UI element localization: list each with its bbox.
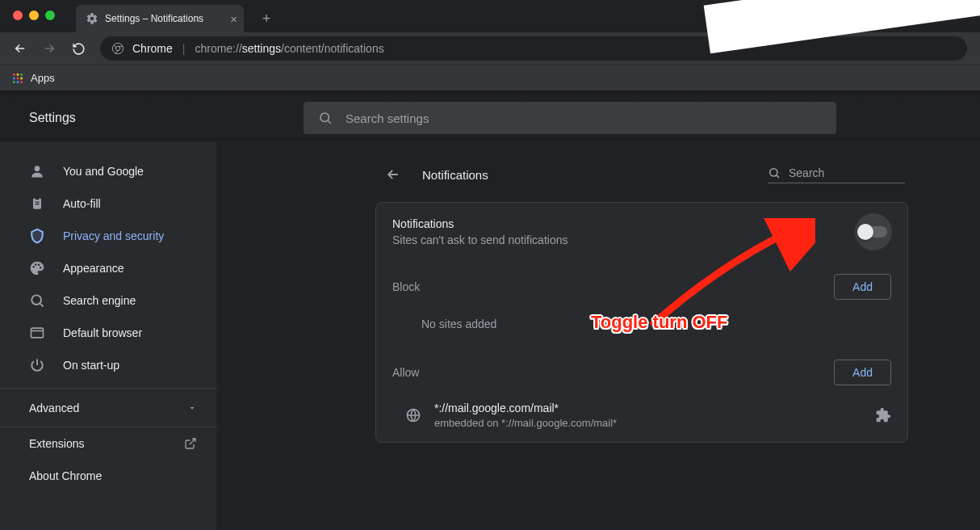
- search-icon: [318, 111, 333, 125]
- sidebar-item-default-browser[interactable]: Default browser: [0, 317, 216, 349]
- sidebar-item-label: You and Google: [63, 165, 144, 178]
- url-scheme: Chrome: [132, 42, 173, 55]
- search-settings[interactable]: Search settings: [304, 102, 836, 134]
- panel-search-label: Search: [789, 166, 824, 179]
- extension-icon: [875, 407, 891, 423]
- sidebar-item-privacy[interactable]: Privacy and security: [0, 220, 216, 252]
- block-add-button[interactable]: Add: [834, 274, 891, 300]
- sidebar-footer: Extensions About Chrome: [0, 427, 216, 492]
- allow-item[interactable]: *://mail.google.com/mail* embedded on *:…: [376, 393, 907, 442]
- search-icon: [768, 166, 781, 179]
- sidebar-item-label: Appearance: [63, 262, 124, 275]
- sidebar-item-search-engine[interactable]: Search engine: [0, 284, 216, 317]
- panel-title: Notifications: [422, 168, 753, 182]
- apps-label[interactable]: Apps: [31, 72, 55, 84]
- settings-header: Settings Search settings: [0, 95, 980, 141]
- chrome-icon: [111, 42, 124, 55]
- notifications-title: Notifications: [392, 217, 567, 230]
- maximize-window[interactable]: [45, 11, 55, 20]
- window: Settings – Notifications × + Chrome | ch…: [0, 0, 980, 530]
- toggle-track: [860, 226, 887, 238]
- sidebar-item-label: Privacy and security: [63, 229, 164, 242]
- svg-point-0: [112, 43, 123, 53]
- extensions-label: Extensions: [29, 437, 84, 450]
- gear-icon: [86, 12, 98, 25]
- svg-point-1: [115, 46, 119, 50]
- person-icon: [29, 163, 45, 179]
- close-tab-icon[interactable]: ×: [230, 13, 237, 25]
- annotation-text: Toggle turn OFF: [591, 312, 727, 333]
- power-icon: [29, 357, 45, 373]
- panel-search[interactable]: Search: [768, 166, 905, 183]
- allow-header: Allow Add: [376, 347, 907, 393]
- svg-rect-8: [13, 81, 15, 83]
- sidebar-item-label: On start-up: [63, 359, 119, 372]
- content: You and Google Auto-fill Privacy and sec…: [0, 142, 980, 530]
- url-separator: |: [182, 42, 186, 55]
- panel-header: Notifications Search: [375, 152, 908, 197]
- svg-point-12: [35, 166, 40, 171]
- svg-rect-5: [13, 77, 15, 79]
- external-link-icon: [184, 437, 197, 450]
- tab-strip: Settings – Notifications × +: [76, 0, 278, 32]
- sidebar-item-startup[interactable]: On start-up: [0, 349, 216, 381]
- browser-icon: [29, 325, 45, 341]
- svg-point-11: [320, 113, 329, 122]
- clipboard-icon: [29, 196, 45, 212]
- svg-point-18: [35, 263, 37, 266]
- allow-label: Allow: [392, 366, 419, 379]
- arrow-left-icon: [13, 41, 27, 56]
- svg-rect-14: [36, 197, 40, 200]
- sidebar-item-autofill[interactable]: Auto-fill: [0, 187, 216, 220]
- sidebar-list: You and Google Auto-fill Privacy and sec…: [0, 149, 216, 389]
- close-window[interactable]: [13, 11, 23, 20]
- svg-rect-10: [20, 81, 23, 83]
- reload-icon: [72, 42, 86, 56]
- reload-button[interactable]: [66, 36, 90, 61]
- svg-point-21: [31, 295, 41, 305]
- url-bold: settings: [242, 42, 281, 55]
- tab-title: Settings – Notifications: [105, 13, 203, 24]
- toggle-thumb: [857, 224, 873, 240]
- sidebar-item-appearance[interactable]: Appearance: [0, 252, 216, 284]
- notifications-toggle[interactable]: [856, 214, 891, 250]
- palette-icon: [29, 260, 45, 276]
- settings-title: Settings: [29, 111, 287, 125]
- new-tab-button[interactable]: +: [255, 7, 278, 30]
- sidebar-item-label: Default browser: [63, 326, 142, 339]
- svg-rect-3: [17, 74, 19, 76]
- browser-tab[interactable]: Settings – Notifications ×: [76, 5, 244, 32]
- sidebar-about[interactable]: About Chrome: [0, 460, 216, 492]
- sidebar-item-you-and-google[interactable]: You and Google: [0, 155, 216, 187]
- window-controls: [0, 0, 68, 20]
- about-label: About Chrome: [29, 469, 102, 482]
- forward-button: [37, 36, 61, 61]
- address-bar[interactable]: Chrome | chrome://settings/content/notif…: [100, 36, 967, 61]
- svg-point-17: [33, 266, 36, 268]
- panel: Notifications Search Notifications Sites…: [375, 152, 908, 530]
- arrow-right-icon: [42, 41, 57, 56]
- svg-rect-15: [36, 202, 40, 203]
- apps-icon[interactable]: [11, 72, 24, 85]
- sidebar: You and Google Auto-fill Privacy and sec…: [0, 142, 216, 530]
- site-embedded: embedded on *://mail.google.com/mail*: [434, 417, 617, 429]
- svg-rect-2: [13, 74, 15, 76]
- advanced-label: Advanced: [29, 402, 79, 414]
- svg-point-24: [770, 168, 777, 175]
- block-header: Block Add: [376, 261, 907, 308]
- allow-add-button[interactable]: Add: [834, 360, 891, 385]
- arrow-left-icon: [385, 166, 401, 183]
- svg-rect-4: [20, 74, 23, 76]
- sidebar-item-label: Search engine: [63, 294, 136, 307]
- notifications-sub: Sites can't ask to send notifications: [392, 233, 567, 246]
- globe-icon: [405, 407, 421, 423]
- site-pattern: *://mail.google.com/mail*: [434, 402, 617, 414]
- back-button[interactable]: [8, 36, 32, 61]
- sidebar-extensions[interactable]: Extensions: [0, 427, 216, 460]
- svg-rect-22: [31, 328, 44, 338]
- minimize-window[interactable]: [29, 11, 39, 20]
- bookmarks-bar: Apps: [0, 65, 980, 90]
- notifications-row: Notifications Sites can't ask to send no…: [376, 203, 907, 261]
- sidebar-advanced[interactable]: Advanced: [0, 389, 216, 427]
- panel-back-button[interactable]: [379, 160, 408, 189]
